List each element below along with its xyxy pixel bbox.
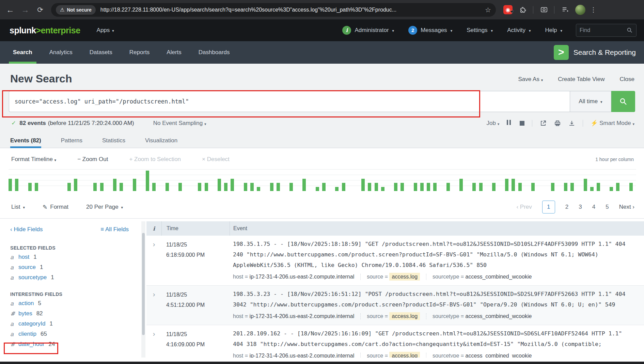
browser-horizontal-scrollbar[interactable] (0, 362, 644, 364)
timeline-column[interactable] (178, 169, 185, 191)
zoom-out-button[interactable]: − Zoom Out (77, 156, 108, 163)
app-tab-alerts[interactable]: Alerts (162, 41, 185, 64)
search-submit-button[interactable] (611, 91, 635, 112)
print-icon[interactable] (554, 120, 561, 127)
field-item-sourcetype[interactable]: asourcetype1 (10, 272, 116, 283)
timeline-column[interactable] (146, 169, 152, 191)
event-source-value[interactable]: access.log (389, 273, 420, 281)
timeline-column[interactable] (152, 169, 159, 191)
create-table-view-button[interactable]: Create Table View (558, 76, 604, 83)
timeline-column[interactable] (479, 169, 486, 191)
timeline-column[interactable] (453, 169, 459, 191)
format-timeline-menu[interactable]: Format Timeline ▾ (11, 156, 56, 163)
event-host-value[interactable]: ip-172-31-4-206.us-east-2.compute.intern… (249, 313, 354, 319)
timeline-column[interactable] (414, 169, 420, 191)
time-range-picker[interactable]: All time▾ (570, 91, 611, 112)
timeline-column[interactable] (551, 169, 557, 191)
help-menu[interactable]: Help▾ (545, 27, 563, 34)
tab-visualization[interactable]: Visualization (145, 133, 177, 148)
timeline-column[interactable] (139, 169, 146, 191)
timeline-column[interactable] (41, 169, 48, 191)
event-sourcetype-value[interactable]: access_combined_wcookie (466, 353, 532, 358)
search-query-input[interactable] (15, 98, 564, 105)
app-tab-search[interactable]: Search (9, 41, 36, 64)
app-tab-analytics[interactable]: Analytics (45, 41, 77, 64)
export-icon[interactable] (568, 120, 575, 127)
url-text[interactable]: http://18.227.228.11:8000/en-US/app/sear… (100, 7, 482, 13)
timeline-column[interactable] (263, 169, 270, 191)
expand-event-icon[interactable]: › (153, 330, 155, 337)
timeline-column[interactable] (375, 169, 381, 191)
browser-forward-icon[interactable]: → (18, 5, 33, 15)
media-controls-icon[interactable] (561, 6, 569, 14)
timeline-column[interactable] (564, 169, 570, 191)
browser-back-icon[interactable]: ← (3, 5, 18, 15)
timeline-column[interactable] (348, 169, 355, 191)
timeline-column[interactable] (257, 169, 263, 191)
timeline-column[interactable] (270, 169, 277, 191)
hide-fields-link[interactable]: ‹ Hide Fields (10, 226, 43, 233)
timeline-column[interactable] (368, 169, 374, 191)
timeline-column[interactable] (54, 169, 61, 191)
event-timestamp[interactable]: 11/18/254:51:12.000 PM (161, 286, 230, 325)
timeline-column[interactable] (388, 169, 394, 191)
field-item-source[interactable]: asource1 (10, 262, 116, 272)
timeline-column[interactable] (544, 169, 551, 191)
timeline-column[interactable] (120, 169, 126, 191)
timeline-column[interactable] (557, 169, 564, 191)
browser-reload-icon[interactable]: ⟳ (33, 6, 48, 14)
timeline-column[interactable] (322, 169, 329, 191)
page-button-3[interactable]: 3 (579, 204, 582, 210)
prev-page-button[interactable]: ‹ Prev (516, 204, 532, 210)
apps-menu[interactable]: Apps▾ (97, 27, 114, 34)
field-item-action[interactable]: aaction5 (10, 298, 116, 308)
job-menu[interactable]: Job ▾ (487, 120, 500, 127)
timeline-column[interactable] (407, 169, 413, 191)
page-button-1[interactable]: 1 (542, 201, 555, 213)
timeline-column[interactable] (231, 169, 237, 191)
share-icon[interactable] (540, 120, 547, 127)
timeline-column[interactable] (224, 169, 231, 191)
timeline-column[interactable] (342, 169, 348, 191)
page-button-4[interactable]: 4 (592, 204, 595, 210)
event-source-value[interactable]: access.log (389, 312, 420, 320)
expand-event-icon[interactable]: › (153, 240, 155, 248)
tab-patterns[interactable]: Patterns (61, 133, 82, 148)
timeline-column[interactable] (159, 169, 165, 191)
timeline-column[interactable] (381, 169, 388, 191)
timeline-column[interactable] (289, 169, 296, 191)
field-item-host[interactable]: ahost1 (10, 252, 116, 262)
timeline-column[interactable] (126, 169, 132, 191)
app-tab-reports[interactable]: Reports (125, 41, 154, 64)
timeline-histogram[interactable] (9, 169, 636, 191)
page-button-5[interactable]: 5 (606, 204, 609, 210)
field-item-categoryId[interactable]: acategoryId1 (10, 319, 116, 329)
page-button-2[interactable]: 2 (565, 204, 568, 210)
tab-events[interactable]: Events (82) (10, 133, 41, 148)
timeline-column[interactable] (100, 169, 107, 191)
timeline-column[interactable] (538, 169, 544, 191)
timeline-column[interactable] (80, 169, 87, 191)
timeline-column[interactable] (531, 169, 538, 191)
address-bar[interactable]: ⚠ Not secure http://18.227.228.11:8000/e… (51, 3, 496, 17)
field-item-date_hour[interactable]: #date_hour24 (10, 339, 116, 349)
field-item-bytes[interactable]: #bytes82 (10, 308, 116, 319)
timeline-column[interactable] (361, 169, 368, 191)
timeline-column[interactable] (172, 169, 178, 191)
not-secure-chip[interactable]: ⚠ Not secure (56, 5, 96, 15)
app-tab-datasets[interactable]: Datasets (85, 41, 116, 64)
timeline-column[interactable] (400, 169, 407, 191)
timeline-column[interactable] (302, 169, 309, 191)
pause-job-icon[interactable] (507, 120, 512, 127)
timeline-column[interactable] (35, 169, 41, 191)
timeline-column[interactable] (74, 169, 80, 191)
timeline-column[interactable] (492, 169, 499, 191)
find-input[interactable] (580, 27, 624, 33)
timeline-column[interactable] (205, 169, 211, 191)
timeline-column[interactable] (237, 169, 244, 191)
event-sourcetype-value[interactable]: access_combined_wcookie (466, 274, 532, 280)
timeline-column[interactable] (597, 169, 603, 191)
timeline-column[interactable] (440, 169, 446, 191)
event-sampling-menu[interactable]: No Event Sampling ▾ (153, 120, 206, 127)
timeline-column[interactable] (133, 169, 139, 191)
